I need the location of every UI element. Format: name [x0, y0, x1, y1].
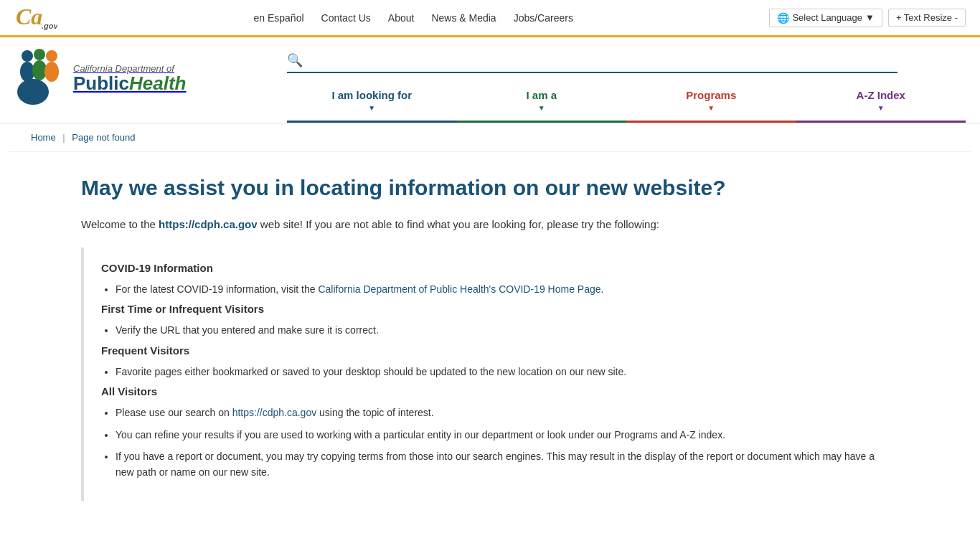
text-resize-button[interactable]: + Text Resize - — [888, 9, 966, 27]
svg-point-8 — [17, 79, 49, 105]
logo-public: Public — [73, 72, 129, 94]
tab-programs[interactable]: Programs ▼ — [626, 82, 796, 123]
breadcrumb-current: Page not found — [72, 132, 135, 143]
logo-name: California Department of PublicHealth — [73, 63, 186, 93]
tab-i-am-a[interactable]: I am a ▼ — [457, 82, 627, 123]
tab-programs-label: Programs — [686, 89, 736, 101]
main-content: May we assist you in locating informatio… — [60, 152, 920, 529]
frequent-text: Favorite pages either bookmarked or save… — [116, 366, 626, 377]
tab-az-index-label: A-Z Index — [857, 89, 905, 101]
covid-home-page-link[interactable]: California Department of Public Health's… — [318, 283, 600, 295]
ca-gov-logo-text: Ca .gov — [14, 1, 57, 34]
section-firsttime-title: First Time or Infrequent Visitors — [101, 303, 882, 315]
intro-prefix: Welcome to the — [81, 218, 159, 230]
svg-point-4 — [34, 49, 45, 60]
section-frequent-title: Frequent Visitors — [101, 344, 882, 357]
intro-paragraph: Welcome to the https://cdph.ca.gov web s… — [81, 216, 899, 233]
globe-icon: 🌐 — [777, 12, 789, 24]
search-bar: 🔍 — [287, 52, 897, 73]
firsttime-text: Verify the URL that you entered and make… — [116, 324, 379, 336]
chevron-down-icon: ▼ — [368, 104, 375, 112]
section-covid-title: COVID-19 Information — [101, 262, 882, 274]
svg-point-3 — [20, 62, 34, 82]
nav-contact[interactable]: Contact Us — [321, 12, 371, 24]
logo-org-name: PublicHealth — [73, 74, 186, 93]
list-item: For the latest COVID-19 information, vis… — [116, 281, 882, 297]
info-box: COVID-19 Information For the latest COVI… — [81, 248, 899, 501]
section-all-title: All Visitors — [101, 385, 882, 397]
chevron-down-icon: ▼ — [877, 104, 885, 112]
list-item: Favorite pages either bookmarked or save… — [116, 364, 882, 380]
list-item: Please use our search on https://cdph.ca… — [116, 405, 882, 420]
tab-looking-for-label: I am looking for — [331, 89, 412, 101]
top-bar-utilities: 🌐 Select Language ▼ + Text Resize - — [769, 9, 966, 27]
search-button[interactable]: 🔍 — [287, 52, 303, 68]
nav-espanol[interactable]: en Español — [253, 12, 303, 24]
nav-news[interactable]: News & Media — [431, 12, 496, 24]
page-heading: May we assist you in locating informatio… — [81, 174, 899, 202]
svg-point-2 — [22, 50, 33, 62]
section-frequent-list: Favorite pages either bookmarked or save… — [116, 364, 882, 380]
section-all-list: Please use our search on https://cdph.ca… — [116, 405, 882, 481]
svg-point-7 — [44, 62, 59, 82]
top-bar: Ca .gov en Español Contact Us About News… — [0, 0, 980, 37]
dropdown-arrow-icon: ▼ — [865, 12, 875, 23]
section-firsttime-list: Verify the URL that you entered and make… — [116, 322, 882, 338]
cdph-link-intro[interactable]: https://cdph.ca.gov — [159, 218, 258, 230]
list-item: Verify the URL that you entered and make… — [116, 322, 882, 338]
breadcrumb: Home | Page not found — [9, 123, 971, 152]
main-navigation: 🔍 I am looking for ▼ I am a ▼ Programs ▼… — [287, 37, 966, 123]
list-item: You can refine your results if you are u… — [116, 427, 882, 443]
search-input[interactable] — [303, 52, 897, 69]
language-select-button[interactable]: 🌐 Select Language ▼ — [769, 9, 882, 27]
svg-text:.gov: .gov — [42, 22, 57, 30]
logo-figure — [14, 49, 65, 106]
language-label: Select Language — [792, 12, 862, 23]
intro-suffix: web site! If you are not able to find wh… — [258, 218, 659, 230]
tab-looking-for[interactable]: I am looking for ▼ — [287, 82, 457, 123]
nav-jobs[interactable]: Jobs/Careers — [514, 12, 573, 24]
svg-text:Ca: Ca — [16, 4, 42, 29]
cdph-link-all[interactable]: https://cdph.ca.gov — [232, 407, 317, 418]
top-nav: en Español Contact Us About News & Media… — [253, 12, 573, 24]
section-covid-list: For the latest COVID-19 information, vis… — [116, 281, 882, 297]
all-text-1-after: using the topic of interest. — [316, 407, 433, 418]
nav-about[interactable]: About — [388, 12, 415, 24]
tab-az-index[interactable]: A-Z Index ▼ — [796, 82, 966, 123]
svg-point-5 — [32, 60, 47, 80]
ca-gov-link[interactable]: Ca .gov — [14, 1, 57, 34]
all-text-2: You can refine your results if you are u… — [116, 429, 725, 441]
svg-point-6 — [46, 50, 57, 62]
logo-link[interactable]: California Department of PublicHealth — [14, 49, 287, 106]
covid-text-after: . — [601, 283, 604, 295]
breadcrumb-home[interactable]: Home — [31, 132, 56, 143]
chevron-down-icon: ▼ — [707, 104, 715, 112]
all-text-3: If you have a report or document, you ma… — [116, 451, 875, 478]
site-logo[interactable]: California Department of PublicHealth — [14, 37, 287, 118]
chevron-down-icon: ▼ — [538, 104, 545, 112]
list-item: If you have a report or document, you ma… — [116, 448, 882, 481]
top-bar-logo[interactable]: Ca .gov — [14, 1, 57, 34]
logo-health: Health — [129, 72, 186, 94]
tab-i-am-a-label: I am a — [526, 89, 557, 101]
nav-tabs: I am looking for ▼ I am a ▼ Programs ▼ A… — [287, 82, 966, 123]
covid-text-before: For the latest COVID-19 information, vis… — [116, 283, 318, 295]
site-header: California Department of PublicHealth 🔍 … — [0, 37, 980, 123]
all-text-1-before: Please use our search on — [116, 407, 232, 418]
breadcrumb-separator: | — [62, 132, 65, 143]
